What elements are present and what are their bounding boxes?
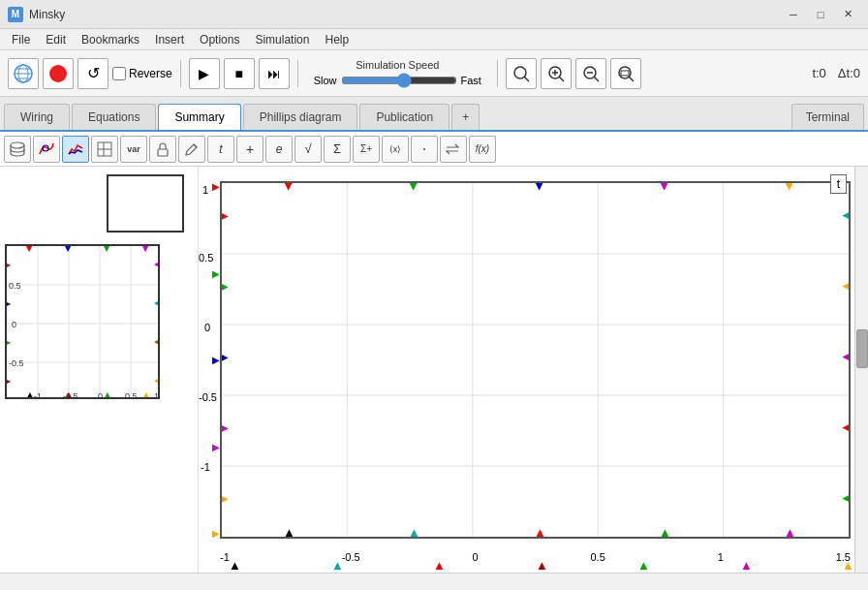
- e-button[interactable]: e: [265, 136, 293, 163]
- reset-button[interactable]: ↺: [78, 58, 108, 89]
- zoom-reset-button[interactable]: [610, 58, 641, 89]
- fx-button[interactable]: f(x): [469, 136, 496, 163]
- edit-button[interactable]: [178, 136, 205, 163]
- main-plot-svg: [222, 183, 849, 537]
- stop-button[interactable]: ■: [224, 58, 255, 89]
- sim-status: t:0 Δt:0: [812, 66, 860, 80]
- t-value: t:0: [812, 66, 825, 80]
- dot-button[interactable]: ·: [411, 136, 438, 163]
- svg-text:0.5: 0.5: [125, 391, 138, 399]
- sigma2-button[interactable]: Σ+: [353, 136, 380, 163]
- zoom-reset-icon: [616, 64, 636, 83]
- zoom-out-button[interactable]: [575, 58, 606, 89]
- sim-speed-label: Simulation Speed: [356, 59, 439, 71]
- maximize-button[interactable]: □: [808, 5, 833, 24]
- step-button[interactable]: ⏭: [259, 58, 290, 89]
- menubar: File Edit Bookmarks Insert Options Simul…: [0, 29, 868, 50]
- svg-line-13: [594, 77, 599, 81]
- sigma-button[interactable]: Σ: [324, 136, 351, 163]
- chart-button[interactable]: [62, 136, 89, 163]
- icon-toolbar: var t + e √ Σ Σ+ ⟨x⟩ · f(x): [0, 132, 868, 167]
- reverse-checkbox[interactable]: [112, 67, 126, 80]
- titlebar: M Minsky ─ □ ✕: [0, 0, 868, 29]
- zoom-fit-icon: [512, 64, 531, 83]
- fast-label: Fast: [461, 75, 481, 86]
- main-plot-canvas: ▶ ▶ ▶ ▶ ▶ ▶ ▶ ▶ ▶ ▶ ▶ ▶ ▶ ▶ ▶ ▶ ▶ ▶ ▶ ▶: [220, 181, 851, 539]
- titlebar-left: M Minsky: [8, 7, 65, 22]
- record-icon: [48, 64, 68, 83]
- edit-icon: [184, 141, 200, 157]
- app-icon: M: [8, 7, 23, 22]
- svg-line-9: [559, 77, 564, 81]
- dt-value: Δt:0: [838, 66, 860, 80]
- sim-speed-row: Slow Fast: [314, 73, 481, 88]
- simulation-speed-control: Simulation Speed Slow Fast: [314, 59, 481, 88]
- mini-plot: 0.5 0 -0.5 -1 -0.5 0 0.5 1 ▶ ▶ ▶ ▶ ▶ ▶ ▶…: [5, 244, 160, 399]
- zoom-in-button[interactable]: [541, 58, 572, 89]
- db-button[interactable]: [4, 136, 31, 163]
- sep1: [180, 60, 181, 87]
- tabs-bar: Wiring Equations Summary Phillips diagra…: [0, 97, 868, 132]
- close-button[interactable]: ✕: [835, 5, 860, 24]
- menu-bookmarks[interactable]: Bookmarks: [74, 31, 147, 48]
- main-content: 0.5 0 -0.5 -1 -0.5 0 0.5 1 ▶ ▶ ▶ ▶ ▶ ▶ ▶…: [0, 167, 868, 573]
- globe-button[interactable]: [8, 58, 39, 89]
- menu-file[interactable]: File: [4, 31, 38, 48]
- zoom-out-icon: [581, 64, 601, 83]
- menu-insert[interactable]: Insert: [147, 31, 192, 48]
- svg-point-18: [11, 142, 24, 148]
- svg-line-24: [194, 144, 197, 147]
- slow-label: Slow: [314, 75, 337, 86]
- swap-icon: [445, 140, 462, 158]
- toolbar: ↺ Reverse ▶ ■ ⏭ Simulation Speed Slow Fa…: [0, 50, 868, 97]
- svg-text:-1: -1: [34, 391, 42, 399]
- sqrt-button[interactable]: √: [294, 136, 322, 163]
- scrollbar-thumb[interactable]: [856, 329, 868, 368]
- grid-button[interactable]: [91, 136, 118, 163]
- avg-button[interactable]: ⟨x⟩: [382, 136, 409, 163]
- menu-edit[interactable]: Edit: [38, 31, 74, 48]
- reverse-label: Reverse: [129, 67, 172, 80]
- titlebar-controls: ─ □ ✕: [781, 5, 860, 24]
- tab-equations[interactable]: Equations: [72, 104, 156, 130]
- curve-button[interactable]: [33, 136, 60, 163]
- sep3: [497, 60, 498, 87]
- tab-wiring[interactable]: Wiring: [4, 104, 70, 130]
- tab-summary[interactable]: Summary: [158, 104, 240, 130]
- swap-button[interactable]: [440, 136, 467, 163]
- mini-box: [107, 174, 184, 233]
- menu-help[interactable]: Help: [317, 31, 356, 48]
- menu-simulation[interactable]: Simulation: [247, 31, 317, 48]
- record-button[interactable]: [43, 58, 74, 89]
- speed-slider[interactable]: [341, 73, 457, 88]
- lock-icon: [155, 141, 170, 157]
- t-button[interactable]: t: [207, 136, 234, 163]
- reverse-control: Reverse: [112, 67, 172, 80]
- svg-text:-0.5: -0.5: [9, 358, 24, 368]
- tab-add[interactable]: +: [451, 104, 480, 130]
- play-button[interactable]: ▶: [189, 58, 220, 89]
- zoom-fit-button[interactable]: [506, 58, 537, 89]
- globe-icon: [13, 63, 34, 84]
- sep2: [297, 60, 298, 87]
- svg-text:0.5: 0.5: [9, 281, 21, 291]
- grid-icon: [96, 140, 113, 158]
- tab-phillips[interactable]: Phillips diagram: [243, 104, 358, 130]
- var-button[interactable]: var: [120, 136, 147, 163]
- y-label-05: 0.5: [199, 252, 213, 264]
- svg-point-5: [49, 65, 67, 82]
- mini-plot-svg: 0.5 0 -0.5 -1 -0.5 0 0.5 1: [7, 246, 160, 399]
- menu-options[interactable]: Options: [192, 31, 247, 48]
- tab-terminal[interactable]: Terminal: [791, 104, 864, 130]
- plus-button[interactable]: +: [236, 136, 264, 163]
- svg-text:1: 1: [154, 391, 159, 399]
- vertical-scrollbar[interactable]: [854, 167, 868, 573]
- minimize-button[interactable]: ─: [781, 5, 806, 24]
- y-label-n1: -1: [201, 461, 210, 473]
- lock-button[interactable]: [149, 136, 176, 163]
- tab-publication[interactable]: Publication: [359, 104, 450, 130]
- plot-area: t 1 0.5 0 -0.5 -1 ▶ ▶: [199, 167, 868, 573]
- chart-icon: [67, 140, 84, 158]
- db-icon: [9, 140, 26, 158]
- left-arrows-col: ▶ ▶ ▶ ▶ ▶: [212, 181, 220, 539]
